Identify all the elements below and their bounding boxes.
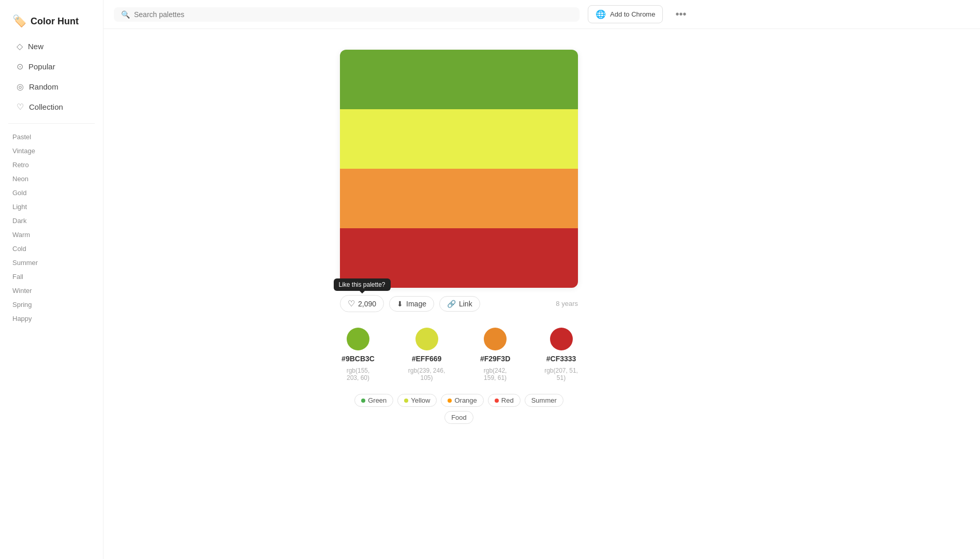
tag-warm[interactable]: Warm — [0, 228, 103, 242]
diamond-icon: ◇ — [17, 41, 23, 51]
sidebar-divider — [8, 123, 95, 124]
tag-spring[interactable]: Spring — [0, 298, 103, 312]
swatches-row: #9BCB3C rgb(155, 203, 60) #EFF669 rgb(23… — [340, 328, 578, 381]
swatch-yellow: #EFF669 rgb(239, 246, 105) — [407, 328, 446, 381]
tag-summer[interactable]: Summer — [0, 256, 103, 270]
tag-winter[interactable]: Winter — [0, 284, 103, 298]
tag-vintage[interactable]: Vintage — [0, 144, 103, 158]
tag-neon[interactable]: Neon — [0, 172, 103, 186]
tag-cold[interactable]: Cold — [0, 242, 103, 256]
tag-orange[interactable]: Orange — [441, 394, 483, 407]
app-logo[interactable]: 🏷️ Color Hunt — [0, 10, 103, 36]
tag-dot-yellow — [404, 399, 408, 403]
swatch-red: #CF3333 rgb(207, 51, 51) — [544, 328, 578, 381]
search-container: 🔍 — [114, 7, 580, 22]
heart-icon: ♡ — [348, 299, 355, 308]
tag-label-yellow: Yellow — [411, 396, 430, 404]
sidebar-item-label: Collection — [29, 102, 63, 111]
swatch-hex-yellow: #EFF669 — [412, 355, 442, 363]
palette-card: ♡ 2,090 Like this palette? ⬇ Image 🔗 Lin… — [340, 50, 578, 424]
swatch-circle-red[interactable] — [550, 328, 573, 350]
tag-dot-orange — [448, 399, 452, 403]
tag-label-orange: Orange — [454, 396, 477, 404]
main-content: ♡ 2,090 Like this palette? ⬇ Image 🔗 Lin… — [103, 0, 980, 559]
like-button[interactable]: ♡ 2,090 — [340, 295, 384, 312]
tag-label-red: Red — [501, 396, 514, 404]
tag-happy[interactable]: Happy — [0, 312, 103, 326]
tag-label-green: Green — [368, 396, 387, 404]
swatch-rgb-red: rgb(207, 51, 51) — [544, 367, 578, 381]
palette-age: 8 years — [556, 300, 578, 307]
search-input[interactable] — [134, 10, 572, 19]
add-to-chrome-button[interactable]: 🌐 Add to Chrome — [588, 5, 663, 23]
tag-food-label[interactable]: Food — [444, 411, 473, 424]
swatch-rgb-yellow: rgb(239, 246, 105) — [407, 367, 446, 381]
sidebar-item-popular[interactable]: ⊙ Popular — [4, 56, 99, 77]
add-chrome-label: Add to Chrome — [610, 10, 655, 18]
color-strip-orange — [340, 169, 578, 228]
random-icon: ◎ — [17, 82, 24, 92]
tag-label-summer: Summer — [531, 396, 557, 404]
swatch-green: #9BCB3C rgb(155, 203, 60) — [340, 328, 376, 381]
image-label: Image — [406, 300, 426, 308]
tag-fall[interactable]: Fall — [0, 270, 103, 284]
sidebar-item-label: Random — [29, 82, 58, 91]
tag-yellow[interactable]: Yellow — [397, 394, 437, 407]
tag-red[interactable]: Red — [488, 394, 521, 407]
tag-pastel[interactable]: Pastel — [0, 130, 103, 144]
content-area: ♡ 2,090 Like this palette? ⬇ Image 🔗 Lin… — [309, 29, 775, 445]
sidebar: 🏷️ Color Hunt ◇ New ⊙ Popular ◎ Random ♡… — [0, 0, 103, 559]
swatch-circle-green[interactable] — [347, 328, 369, 350]
tag-retro[interactable]: Retro — [0, 158, 103, 172]
logo-icon: 🏷️ — [12, 14, 26, 28]
sidebar-item-label: Popular — [28, 62, 55, 71]
image-button[interactable]: ⬇ Image — [389, 296, 434, 312]
swatch-rgb-green: rgb(155, 203, 60) — [340, 367, 376, 381]
app-name: Color Hunt — [31, 16, 79, 27]
like-button-wrapper: ♡ 2,090 Like this palette? — [340, 295, 384, 312]
tag-dot-red — [495, 399, 499, 403]
header: 🔍 🌐 Add to Chrome ••• — [103, 0, 980, 29]
more-options-button[interactable]: ••• — [671, 6, 690, 22]
link-button[interactable]: 🔗 Link — [439, 296, 480, 312]
fire-icon: ⊙ — [17, 62, 23, 71]
sidebar-item-label: New — [28, 42, 43, 51]
tag-dot-green — [361, 399, 365, 403]
sidebar-item-collection[interactable]: ♡ Collection — [4, 97, 99, 117]
color-strip-green — [340, 50, 578, 109]
tag-summer-label[interactable]: Summer — [525, 394, 563, 407]
sidebar-item-new[interactable]: ◇ New — [4, 36, 99, 56]
heart-icon: ♡ — [17, 102, 24, 112]
tag-light[interactable]: Light — [0, 200, 103, 214]
tag-dark[interactable]: Dark — [0, 214, 103, 228]
swatch-rgb-orange: rgb(242, 159, 61) — [477, 367, 513, 381]
link-icon: 🔗 — [447, 300, 456, 308]
like-count: 2,090 — [358, 300, 376, 308]
tags-row: Green Yellow Orange Red Summer — [340, 394, 578, 424]
swatch-hex-orange: #F29F3D — [480, 355, 510, 363]
tag-green[interactable]: Green — [354, 394, 393, 407]
sidebar-item-random[interactable]: ◎ Random — [4, 77, 99, 97]
color-strip-red — [340, 228, 578, 288]
swatch-circle-yellow[interactable] — [415, 328, 438, 350]
chrome-icon: 🌐 — [596, 9, 606, 19]
color-strip-yellow — [340, 109, 578, 169]
palette-colors — [340, 50, 578, 288]
swatch-hex-red: #CF3333 — [546, 355, 576, 363]
search-icon: 🔍 — [121, 10, 130, 19]
download-icon: ⬇ — [397, 300, 403, 308]
swatch-circle-orange[interactable] — [484, 328, 507, 350]
tag-label-food: Food — [451, 414, 467, 421]
palette-actions: ♡ 2,090 Like this palette? ⬇ Image 🔗 Lin… — [340, 295, 578, 312]
swatch-orange: #F29F3D rgb(242, 159, 61) — [477, 328, 513, 381]
swatch-hex-green: #9BCB3C — [341, 355, 375, 363]
link-label: Link — [459, 300, 472, 308]
tag-gold[interactable]: Gold — [0, 186, 103, 200]
